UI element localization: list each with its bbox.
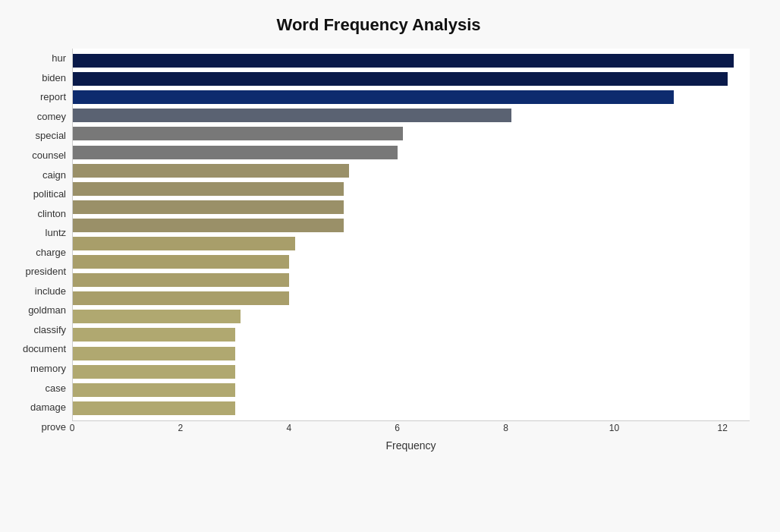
bar (73, 365, 235, 379)
y-label: clinton (37, 203, 66, 223)
bar-row (73, 107, 750, 124)
y-axis: hurbidenreportcomeyspecialcounselcaignpo… (8, 49, 72, 459)
bar (73, 127, 403, 140)
bar (73, 182, 344, 196)
y-label: damage (30, 398, 66, 417)
y-label: report (40, 87, 66, 107)
bar (73, 146, 398, 159)
bar (73, 291, 289, 305)
x-tick: 0 (70, 423, 75, 433)
bar-row (73, 89, 750, 105)
bar (73, 54, 734, 68)
bars-wrapper (73, 49, 750, 420)
bar (73, 109, 511, 122)
y-label: comey (37, 107, 66, 127)
bar-row (73, 272, 750, 288)
x-axis-label: Frequency (72, 439, 750, 452)
bar (73, 219, 344, 232)
x-tick: 8 (503, 423, 508, 433)
chart-area: hurbidenreportcomeyspecialcounselcaignpo… (8, 49, 750, 459)
bar-row (73, 199, 750, 216)
x-axis: 024681012 Frequency (72, 421, 750, 459)
y-label: hur (52, 49, 66, 68)
bar-row (73, 308, 750, 325)
bar-row (73, 235, 750, 252)
x-tick: 12 (718, 423, 728, 433)
y-label: special (36, 126, 66, 146)
bar-row (73, 125, 750, 142)
bar-row (73, 345, 750, 362)
x-ticks: 024681012 (72, 421, 750, 436)
bars-and-x: 024681012 Frequency (72, 49, 750, 459)
bar (73, 237, 295, 250)
x-tick: 4 (286, 423, 291, 433)
y-label: memory (30, 359, 66, 379)
bar-row (73, 326, 750, 343)
bar (73, 164, 349, 178)
bar (73, 273, 289, 287)
x-tick: 2 (178, 423, 184, 433)
y-label: caign (42, 165, 66, 184)
bar-row (73, 253, 750, 270)
bar (73, 347, 235, 360)
bars-area (72, 49, 750, 421)
y-label: charge (36, 242, 66, 262)
bar-row (73, 364, 750, 380)
bar (73, 383, 235, 397)
bar (73, 200, 344, 214)
y-label: classify (33, 320, 66, 340)
y-label: president (26, 262, 66, 282)
bar (73, 255, 289, 269)
y-label: political (33, 184, 66, 204)
bar (73, 310, 241, 323)
y-label: prove (41, 417, 66, 436)
bar-row (73, 52, 750, 69)
y-label: include (35, 282, 66, 301)
bar (73, 401, 235, 415)
bar-row (73, 181, 750, 197)
y-label: goldman (28, 301, 66, 320)
bar-row (73, 217, 750, 234)
y-label: biden (42, 68, 66, 88)
y-label: case (46, 378, 66, 398)
y-label: counsel (32, 146, 66, 165)
bar (73, 90, 674, 104)
bar (73, 328, 235, 342)
x-tick: 6 (395, 423, 400, 433)
bar (73, 72, 728, 86)
chart-container: Word Frequency Analysis hurbidenreportco… (0, 0, 780, 532)
bar-row (73, 144, 750, 161)
y-label: luntz (46, 223, 66, 243)
bar-row (73, 71, 750, 87)
bar-row (73, 162, 750, 179)
bar-row (73, 290, 750, 307)
x-tick: 10 (609, 423, 619, 433)
y-label: document (23, 339, 66, 359)
chart-title: Word Frequency Analysis (8, 15, 750, 35)
bar-row (73, 400, 750, 417)
bar-row (73, 382, 750, 398)
